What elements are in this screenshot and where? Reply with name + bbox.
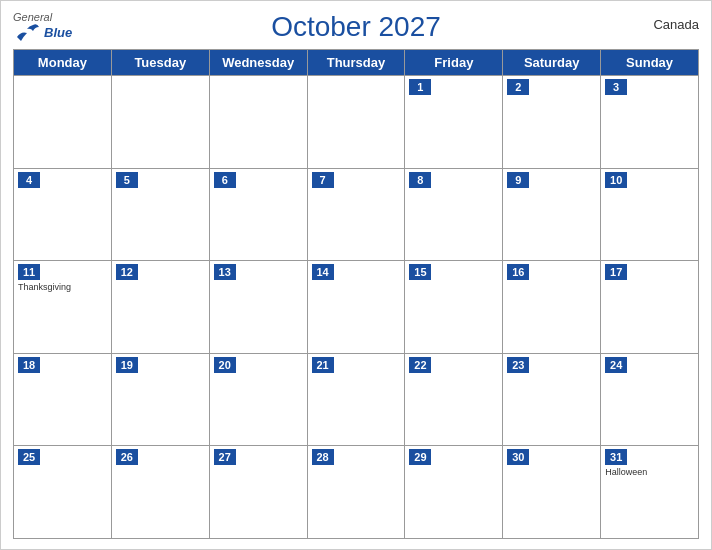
day-header-monday: Monday: [14, 50, 112, 76]
day-cell: 4: [14, 169, 112, 262]
week-row-4: 18192021222324: [14, 354, 699, 447]
day-header-wednesday: Wednesday: [210, 50, 308, 76]
day-number: 29: [409, 449, 431, 465]
month-title: October 2027: [271, 11, 441, 43]
day-number: 7: [312, 172, 334, 188]
day-number: 22: [409, 357, 431, 373]
day-number: 21: [312, 357, 334, 373]
day-cell: 31Halloween: [601, 446, 699, 539]
day-cell: 17: [601, 261, 699, 354]
day-header-tuesday: Tuesday: [112, 50, 210, 76]
day-number: 24: [605, 357, 627, 373]
day-cell: 23: [503, 354, 601, 447]
day-cell: 30: [503, 446, 601, 539]
calendar-grid: MondayTuesdayWednesdayThursdayFridaySatu…: [13, 49, 699, 539]
day-cell: 20: [210, 354, 308, 447]
day-cell: 2: [503, 76, 601, 169]
logo-bird-icon: [13, 23, 41, 43]
day-number: 15: [409, 264, 431, 280]
day-cell: 25: [14, 446, 112, 539]
day-cell: 13: [210, 261, 308, 354]
day-number: 5: [116, 172, 138, 188]
day-number: 14: [312, 264, 334, 280]
day-number: 16: [507, 264, 529, 280]
day-number: 9: [507, 172, 529, 188]
day-cell: 21: [308, 354, 406, 447]
day-cell: 26: [112, 446, 210, 539]
day-cell: [112, 76, 210, 169]
day-number: 20: [214, 357, 236, 373]
day-cell: 22: [405, 354, 503, 447]
week-row-3: 11Thanksgiving121314151617: [14, 261, 699, 354]
day-cell: 16: [503, 261, 601, 354]
day-number: 4: [18, 172, 40, 188]
day-cell: 27: [210, 446, 308, 539]
day-header-sunday: Sunday: [601, 50, 699, 76]
day-cell: 7: [308, 169, 406, 262]
day-number: 19: [116, 357, 138, 373]
day-header-saturday: Saturday: [503, 50, 601, 76]
day-cell: [210, 76, 308, 169]
logo-area: General Blue: [13, 11, 72, 43]
day-cell: [14, 76, 112, 169]
day-number: 8: [409, 172, 431, 188]
week-row-5: 25262728293031Halloween: [14, 446, 699, 539]
logo-general: General: [13, 11, 72, 23]
day-cell: 14: [308, 261, 406, 354]
day-cell: 28: [308, 446, 406, 539]
day-number: 10: [605, 172, 627, 188]
day-number: 13: [214, 264, 236, 280]
day-cell: 5: [112, 169, 210, 262]
day-number: 27: [214, 449, 236, 465]
day-number: 18: [18, 357, 40, 373]
weeks-container: 1234567891011Thanksgiving121314151617181…: [14, 76, 699, 539]
day-number: 23: [507, 357, 529, 373]
day-cell: 29: [405, 446, 503, 539]
day-number: 6: [214, 172, 236, 188]
logo-blue: Blue: [44, 26, 72, 40]
day-header-friday: Friday: [405, 50, 503, 76]
day-number: 11: [18, 264, 40, 280]
day-headers: MondayTuesdayWednesdayThursdayFridaySatu…: [14, 50, 699, 76]
day-number: 3: [605, 79, 627, 95]
day-cell: 18: [14, 354, 112, 447]
day-number: 12: [116, 264, 138, 280]
day-number: 30: [507, 449, 529, 465]
calendar-header: General Blue October 2027 Canada: [13, 11, 699, 43]
day-number: 26: [116, 449, 138, 465]
calendar-wrapper: General Blue October 2027 Canada MondayT…: [0, 0, 712, 550]
day-cell: 11Thanksgiving: [14, 261, 112, 354]
day-event: Halloween: [605, 467, 694, 477]
day-cell: 12: [112, 261, 210, 354]
day-cell: 9: [503, 169, 601, 262]
country-label: Canada: [653, 17, 699, 32]
day-cell: 10: [601, 169, 699, 262]
day-cell: 15: [405, 261, 503, 354]
day-cell: 19: [112, 354, 210, 447]
day-cell: [308, 76, 406, 169]
day-number: 28: [312, 449, 334, 465]
day-number: 25: [18, 449, 40, 465]
week-row-1: 123: [14, 76, 699, 169]
week-row-2: 45678910: [14, 169, 699, 262]
day-number: 17: [605, 264, 627, 280]
day-cell: 6: [210, 169, 308, 262]
day-cell: 24: [601, 354, 699, 447]
day-cell: 8: [405, 169, 503, 262]
day-cell: 1: [405, 76, 503, 169]
day-number: 2: [507, 79, 529, 95]
day-cell: 3: [601, 76, 699, 169]
day-number: 31: [605, 449, 627, 465]
day-number: 1: [409, 79, 431, 95]
day-header-thursday: Thursday: [308, 50, 406, 76]
day-event: Thanksgiving: [18, 282, 107, 292]
